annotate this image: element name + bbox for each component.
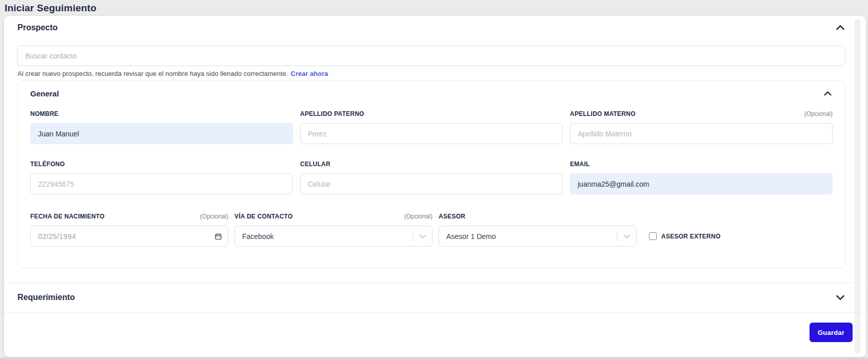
via-contacto-label: VÍA DE CONTACTO [234, 213, 293, 220]
field-via-contacto: VÍA DE CONTACTO (Opcional) Facebook [234, 213, 432, 247]
scrollbar[interactable] [855, 19, 860, 354]
fecha-nacimiento-label: FECHA DE NACIMIENTO [30, 213, 105, 220]
apellido-materno-input[interactable] [570, 123, 833, 144]
fecha-nacimiento-input[interactable]: 02/25/1994 [30, 226, 228, 247]
select-divider [617, 231, 617, 242]
field-fecha-nacimiento: FECHA DE NACIMIENTO (Opcional) 02/25/199… [30, 213, 228, 247]
field-apellido-paterno: APELLIDO PATERNO [300, 110, 563, 144]
select-divider [412, 231, 413, 242]
fecha-nacimiento-value: 02/25/1994 [38, 232, 76, 241]
asesor-externo-checkbox-row[interactable]: ASESOR EXTERNO [649, 226, 721, 247]
asesor-value: Asesor 1 Demo [446, 232, 496, 241]
section-prospecto: Prospecto Al crear nuevo prospecto, recu… [4, 16, 866, 283]
field-email: EMAIL [570, 161, 833, 194]
celular-input[interactable] [300, 173, 563, 194]
asesor-label: ASESOR [439, 213, 465, 220]
email-input[interactable] [570, 173, 833, 194]
guardar-button[interactable]: Guardar [810, 323, 853, 342]
asesor-externo-checkbox[interactable] [649, 232, 657, 240]
section-general: General NOMBRE APELLIDO PATERNO APELLID [17, 81, 845, 268]
page-header: Iniciar Seguimiento [0, 0, 868, 16]
prospecto-heading: Prospecto [17, 23, 57, 32]
field-telefono: TELÉFONO [30, 161, 293, 194]
search-contact-input[interactable] [17, 46, 845, 66]
field-celular: CELULAR [300, 161, 563, 194]
form-card: Prospecto Al crear nuevo prospecto, recu… [4, 16, 866, 357]
chevron-down-icon [623, 234, 630, 238]
optional-tag: (Opcional) [804, 110, 833, 117]
field-apellido-materno: APELLIDO MATERNO (Opcional) [570, 110, 833, 144]
nombre-label: NOMBRE [30, 110, 58, 117]
via-contacto-value: Facebook [242, 232, 273, 241]
chevron-up-icon[interactable] [835, 24, 845, 31]
create-now-link[interactable]: Crear ahora [291, 70, 328, 77]
requerimiento-heading: Requerimiento [17, 293, 75, 302]
section-requerimiento[interactable]: Requerimiento [4, 283, 866, 312]
field-nombre: NOMBRE [30, 110, 293, 144]
calendar-icon[interactable] [214, 232, 222, 240]
hint-text: Al crear nuevo prospecto, recuerda revis… [17, 70, 288, 77]
chevron-up-icon[interactable] [823, 90, 833, 97]
apellido-paterno-label: APELLIDO PATERNO [300, 110, 364, 117]
chevron-down-icon[interactable] [835, 294, 845, 301]
optional-tag: (Opcional) [200, 213, 228, 220]
nombre-input[interactable] [30, 123, 293, 144]
email-label: EMAIL [570, 161, 590, 168]
apellido-paterno-input[interactable] [300, 123, 563, 144]
optional-tag: (Opcional) [404, 213, 432, 220]
asesor-select[interactable]: Asesor 1 Demo [439, 226, 637, 247]
prospecto-hint: Al crear nuevo prospecto, recuerda revis… [17, 70, 845, 77]
via-contacto-select[interactable]: Facebook [234, 226, 432, 247]
celular-label: CELULAR [300, 161, 330, 168]
chevron-down-icon [419, 234, 426, 238]
telefono-input[interactable] [30, 173, 293, 194]
asesor-externo-label: ASESOR EXTERNO [661, 233, 721, 240]
apellido-materno-label: APELLIDO MATERNO [570, 110, 636, 117]
telefono-label: TELÉFONO [30, 161, 65, 168]
general-heading: General [30, 89, 59, 98]
page-title: Iniciar Seguimiento [5, 3, 868, 14]
form-footer: Guardar [4, 313, 866, 342]
field-asesor: ASESOR Asesor 1 Demo [439, 213, 637, 247]
